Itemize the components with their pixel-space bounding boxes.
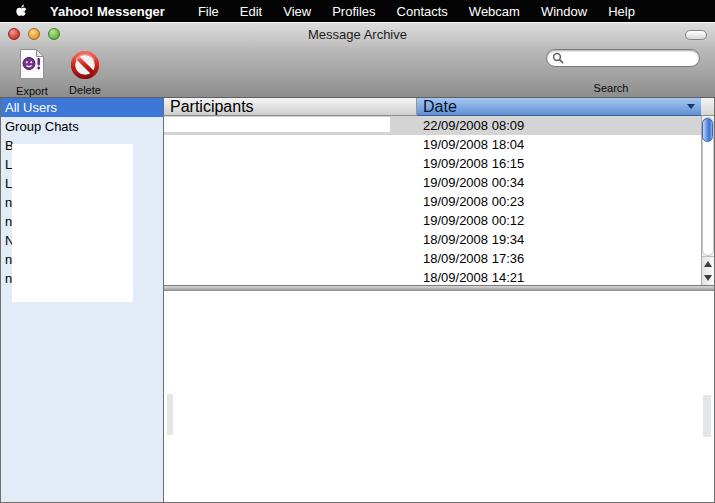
apple-icon [15,3,29,19]
sidebar-item-group-chats[interactable]: Group Chats [1,117,163,136]
scrollbar-arrows [702,256,714,285]
toolbar-toggle-pill[interactable] [685,30,707,40]
scroll-down-button[interactable] [702,271,714,285]
menu-items: FileEditViewProfilesContactsWebcamWindow… [198,4,656,19]
archive-row[interactable]: 19/09/2008 16:15 [164,154,701,173]
archive-row[interactable]: 19/09/2008 00:23 [164,192,701,211]
inactive-scrollbar-right [703,395,711,437]
date-cell: 22/09/2008 08:09 [423,116,524,135]
archive-row[interactable]: 18/09/2008 19:34 [164,230,701,249]
header-corner [701,98,714,116]
sidebar-item-all-users[interactable]: All Users [1,98,163,117]
date-cell: 19/09/2008 00:12 [423,211,524,230]
export-label: Export [9,85,55,97]
sidebar-item-label: Group Chats [5,119,79,134]
date-cell: 18/09/2008 19:34 [423,230,524,249]
delete-icon [71,48,99,80]
date-cell: 19/09/2008 00:23 [423,192,524,211]
search-label: Search [546,82,676,94]
column-label: Participants [170,98,254,115]
archive-row[interactable]: 19/09/2008 00:12 [164,211,701,230]
date-cell: 19/09/2008 00:34 [423,173,524,192]
scrollbar-thumb[interactable] [702,118,713,142]
menu-item-window[interactable]: Window [541,4,587,19]
menu-item-edit[interactable]: Edit [240,4,262,19]
menu-item-profiles[interactable]: Profiles [332,4,375,19]
export-icon [18,48,46,80]
menu-item-file[interactable]: File [198,4,219,19]
scroll-up-button[interactable] [702,257,714,271]
menu-item-view[interactable]: View [283,4,311,19]
window-title: Message Archive [0,23,715,47]
search-input[interactable] [567,51,709,65]
menu-bar: Yahoo! Messenger FileEditViewProfilesCon… [0,0,715,22]
column-header-participants[interactable]: Participants [164,98,417,116]
archive-row[interactable]: 22/09/2008 08:09 [164,116,701,135]
menu-item-contacts[interactable]: Contacts [397,4,448,19]
redaction-box [12,144,133,302]
column-label: Date [423,98,457,115]
screen: Yahoo! Messenger FileEditViewProfilesCon… [0,0,715,503]
toolbar: Export Delete [0,46,715,98]
delete-label: Delete [62,84,108,96]
delete-button[interactable]: Delete [62,48,108,96]
date-cell: 18/09/2008 17:36 [423,249,524,268]
archive-table-body: 22/09/2008 08:0919/09/2008 18:0419/09/20… [164,116,701,285]
app-menu-label[interactable]: Yahoo! Messenger [50,4,165,19]
search-icon [552,52,564,64]
title-bar[interactable]: Message Archive [0,22,715,46]
apple-menu[interactable] [15,3,29,19]
message-view[interactable] [164,291,714,502]
date-cell: 18/09/2008 14:21 [423,268,524,285]
table-scrollbar[interactable] [701,116,714,285]
menu-item-help[interactable]: Help [608,4,635,19]
archive-row[interactable]: 18/09/2008 17:36 [164,249,701,268]
menu-item-webcam[interactable]: Webcam [469,4,520,19]
sort-desc-icon [687,104,695,109]
triangle-down-icon [704,275,712,281]
export-button[interactable]: Export [9,48,55,97]
redaction-box [164,117,390,132]
triangle-up-icon [704,261,712,267]
search-field[interactable] [546,49,700,67]
window-edge [0,98,1,503]
archive-row[interactable]: 19/09/2008 00:34 [164,173,701,192]
date-cell: 19/09/2008 16:15 [423,154,524,173]
archive-row[interactable]: 18/09/2008 14:21 [164,268,701,285]
inactive-scrollbar-left [167,394,173,435]
date-cell: 19/09/2008 18:04 [423,135,524,154]
column-header-date[interactable]: Date [417,98,701,116]
sidebar-item-label: All Users [5,100,57,115]
archive-row[interactable]: 19/09/2008 18:04 [164,135,701,154]
